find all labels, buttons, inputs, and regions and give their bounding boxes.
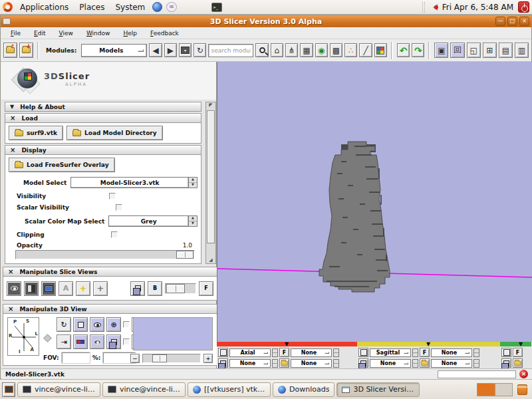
error-log-field[interactable] bbox=[438, 370, 516, 378]
load-section-header[interactable]: × Load bbox=[5, 113, 201, 123]
load-scene-button[interactable] bbox=[3, 43, 17, 58]
close-button[interactable]: × bbox=[519, 17, 529, 26]
home-module-button[interactable]: ⌂ bbox=[271, 43, 283, 57]
red-volume-dropdown[interactable]: None bbox=[291, 348, 332, 357]
clock[interactable]: Fri Apr 6, 5:48 AM bbox=[442, 3, 513, 12]
ubuntu-logo-icon[interactable] bbox=[3, 2, 13, 12]
layout-3d-only-button[interactable]: 回 bbox=[450, 43, 464, 58]
red-bg-spinner[interactable] bbox=[272, 359, 278, 368]
terminal-launcher-icon[interactable]: ▸_ bbox=[211, 3, 222, 12]
yellow-label-button[interactable] bbox=[420, 358, 430, 368]
save-scene-button[interactable] bbox=[19, 43, 33, 58]
yellow-bg-spinner[interactable] bbox=[412, 359, 418, 368]
collapse-triangle-icon[interactable]: ▼ bbox=[426, 341, 430, 347]
red-label-button[interactable] bbox=[279, 358, 289, 368]
model-select-spinner[interactable]: ▲▼ bbox=[189, 177, 198, 188]
volume-muted-icon[interactable] bbox=[430, 4, 438, 11]
close-section-icon[interactable]: × bbox=[8, 306, 13, 313]
undo-button[interactable]: ↶ bbox=[397, 43, 410, 57]
zoom-out-button[interactable]: − bbox=[130, 354, 140, 363]
yellow-label-spinner[interactable] bbox=[473, 359, 479, 368]
layout-conventional-button[interactable]: ▣ bbox=[434, 43, 448, 58]
look-from-button[interactable] bbox=[90, 317, 104, 332]
zoom-slider-thumb[interactable] bbox=[152, 354, 167, 362]
module-forward-button[interactable]: ▶ bbox=[164, 43, 177, 57]
view3d-checkbox-2[interactable] bbox=[123, 338, 130, 345]
slice-opacity-thumb[interactable] bbox=[166, 284, 185, 293]
power-button[interactable] bbox=[518, 1, 529, 13]
titlebar[interactable]: 3D Slicer Version 3.0 Alpha — □ × bbox=[1, 15, 531, 27]
yellow-label-dropdown[interactable]: None bbox=[431, 359, 472, 368]
annotation-button[interactable]: A bbox=[59, 281, 73, 296]
menu-applications[interactable]: Applications bbox=[17, 1, 72, 13]
visibility-3d-button[interactable] bbox=[90, 334, 104, 349]
menu-view[interactable]: View bbox=[53, 29, 79, 38]
green-fit-button[interactable]: F bbox=[513, 348, 523, 357]
yellow-orientation-dropdown[interactable]: Sagittal bbox=[370, 348, 411, 357]
view3d-checkbox-1[interactable] bbox=[123, 321, 130, 328]
model-select-dropdown[interactable]: Model-Slicer3.vtk bbox=[70, 177, 189, 188]
module-search-input[interactable] bbox=[208, 44, 253, 57]
crosshair-button[interactable]: + bbox=[76, 281, 90, 296]
clipping-checkbox[interactable] bbox=[111, 231, 118, 238]
background-color-swatch[interactable] bbox=[133, 317, 213, 350]
red-label-dropdown[interactable]: None bbox=[291, 359, 332, 368]
fiducial-list-button[interactable]: ∴ bbox=[344, 43, 357, 57]
redo-button[interactable]: ↷ bbox=[412, 43, 424, 57]
colors-module-button[interactable] bbox=[374, 43, 387, 57]
taskbar-item-vtkusers[interactable]: [[vtkusers] vtkAct... bbox=[188, 382, 271, 397]
taskbar-item-slicer[interactable]: 3D Slicer Version 3... bbox=[336, 382, 420, 397]
stereo-glasses-button[interactable] bbox=[73, 334, 88, 349]
maximize-button[interactable]: □ bbox=[507, 17, 517, 26]
axis-orientation-widget[interactable]: P S R L I A bbox=[7, 317, 39, 356]
taskbar-item-terminal-2[interactable]: vince@vince-linux: ... bbox=[102, 382, 186, 397]
minimize-button[interactable]: — bbox=[495, 17, 505, 26]
grid-crosshair-button[interactable]: + bbox=[93, 281, 108, 296]
close-section-icon[interactable]: × bbox=[10, 147, 15, 154]
taskbar-item-downloads[interactable]: Downloads bbox=[273, 382, 334, 397]
yellow-bg-dropdown[interactable]: None bbox=[370, 359, 411, 368]
slice-visibility-button[interactable] bbox=[7, 281, 21, 296]
viewport-3d[interactable] bbox=[217, 62, 532, 342]
stack-button[interactable] bbox=[106, 334, 121, 349]
load-freesurfer-overlay-button[interactable]: Load FreeSurfer Overlay bbox=[9, 158, 115, 172]
workspace-2[interactable] bbox=[495, 384, 512, 396]
colormap-dropdown[interactable]: Grey bbox=[108, 215, 189, 227]
model-3d[interactable] bbox=[217, 62, 532, 342]
menu-system[interactable]: System bbox=[112, 1, 148, 13]
yellow-fit-button[interactable]: F bbox=[420, 348, 430, 357]
yellow-volume-spinner[interactable] bbox=[473, 348, 479, 357]
yellow-orientation-spinner[interactable] bbox=[412, 348, 418, 357]
display-section-header[interactable]: × Display bbox=[5, 145, 201, 155]
zoom-slider[interactable] bbox=[142, 354, 201, 363]
menu-places[interactable]: Places bbox=[76, 1, 108, 13]
green-slice-bar[interactable]: ▼ bbox=[500, 342, 531, 346]
scrollbar-thumb[interactable] bbox=[207, 110, 215, 243]
transforms-module-button[interactable]: ▩ bbox=[330, 43, 342, 57]
menu-file[interactable]: File bbox=[5, 29, 27, 38]
red-orientation-dropdown[interactable]: Axial bbox=[229, 348, 271, 357]
module-history-button[interactable]: ▾ bbox=[179, 43, 192, 57]
colormap-spinner[interactable]: ▲▼ bbox=[189, 215, 198, 227]
red-label-spinner[interactable] bbox=[333, 359, 339, 368]
view3d-section-header[interactable]: × Manipulate 3D View bbox=[3, 304, 217, 314]
compositing-button[interactable] bbox=[130, 281, 145, 296]
layout-compare-button[interactable]: ▥ bbox=[515, 43, 529, 58]
red-volume-spinner[interactable] bbox=[333, 348, 339, 357]
red-bg-dropdown[interactable]: None bbox=[229, 359, 271, 368]
slice-views-section-header[interactable]: × Manipulate Slice Views bbox=[3, 267, 217, 277]
help-about-header[interactable]: ▼ Help & About bbox=[5, 102, 201, 112]
menu-edit[interactable]: Edit bbox=[28, 29, 51, 38]
scroll-up-icon[interactable]: ◤ bbox=[207, 102, 214, 108]
scroll-down-icon[interactable]: ◢ bbox=[207, 257, 214, 263]
slice-opacity-slider[interactable] bbox=[165, 283, 196, 294]
collapse-triangle-icon[interactable]: ▼ bbox=[285, 341, 289, 347]
modules-dropdown[interactable]: Models bbox=[81, 44, 147, 57]
layout-four-up-button[interactable]: ◱ bbox=[467, 43, 481, 58]
layout-grid-button[interactable]: ⊞ bbox=[483, 43, 497, 58]
fit-slices-button[interactable]: F bbox=[199, 281, 213, 296]
yellow-volume-dropdown[interactable]: None bbox=[431, 348, 472, 357]
show-desktop-button[interactable] bbox=[2, 382, 15, 397]
layout-tabbed-button[interactable]: ▤ bbox=[499, 43, 513, 58]
center-view-button[interactable]: ⊕ bbox=[106, 317, 121, 332]
